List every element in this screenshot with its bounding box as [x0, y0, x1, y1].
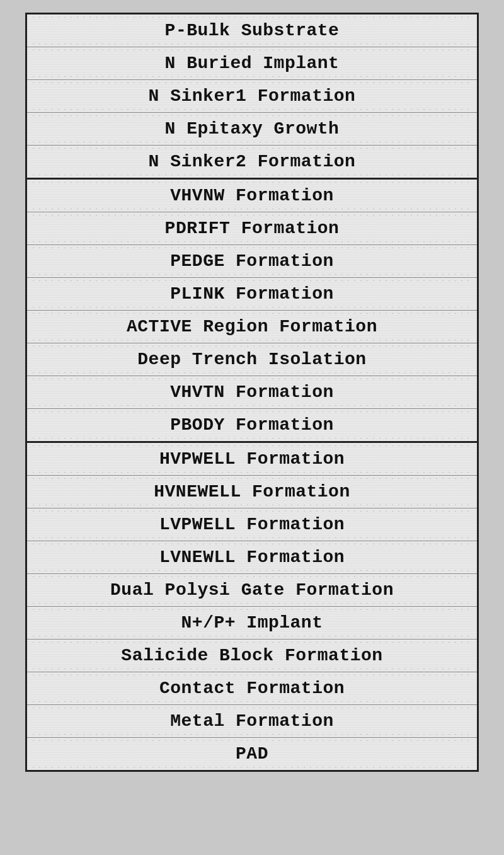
noise-top-line [30, 215, 474, 215]
noise-top-line [30, 280, 474, 281]
noise-top-line [30, 379, 474, 379]
noise-bottom-line [30, 603, 474, 604]
row-deep-trench: Deep Trench Isolation [27, 343, 477, 376]
row-n-buried: N Buried Implant [27, 47, 477, 80]
row-hvnewell-label: HVNEWELL Formation [154, 482, 350, 502]
section-2: VHVNW FormationPDRIFT FormationPEDGE For… [27, 180, 477, 443]
row-vhvtn-label: VHVTN Formation [170, 382, 334, 402]
noise-top-line [30, 577, 474, 577]
noise-bottom-line [30, 274, 474, 275]
noise-top-line [30, 740, 474, 741]
row-vhvnw-label: VHVNW Formation [170, 186, 334, 205]
row-n-sinker2: N Sinker2 Formation [27, 146, 477, 178]
noise-bottom-line [30, 241, 474, 242]
row-contact-label: Contact Formation [159, 679, 345, 698]
row-pbody: PBODY Formation [27, 409, 477, 441]
row-dual-polysi-label: Dual Polysi Gate Formation [110, 580, 394, 600]
noise-bottom-line [30, 537, 474, 538]
noise-bottom-line [30, 636, 474, 636]
noise-bottom-line [30, 340, 474, 340]
noise-top-line [30, 411, 474, 412]
noise-bottom-line [30, 570, 474, 571]
noise-bottom-line [30, 472, 474, 473]
noise-top-line [30, 609, 474, 610]
row-n-epitaxy-label: N Epitaxy Growth [165, 119, 340, 139]
row-pdrift-label: PDRIFT Formation [165, 219, 340, 238]
row-dual-polysi: Dual Polysi Gate Formation [27, 574, 477, 607]
noise-top-line [30, 248, 474, 248]
noise-bottom-line [30, 109, 474, 110]
row-n-buried-label: N Buried Implant [165, 54, 340, 73]
noise-top-line [30, 17, 474, 18]
row-pedge-label: PEDGE Formation [170, 251, 334, 271]
row-metal: Metal Formation [27, 705, 477, 738]
noise-top-line [30, 642, 474, 643]
noise-top-line [30, 511, 474, 512]
row-contact: Contact Formation [27, 672, 477, 705]
noise-bottom-line [30, 438, 474, 439]
noise-top-line [30, 148, 474, 149]
page-container: P-Bulk SubstrateN Buried ImplantN Sinker… [0, 0, 504, 855]
row-plink-label: PLINK Formation [170, 284, 334, 304]
row-n-epitaxy: N Epitaxy Growth [27, 113, 477, 146]
row-pbody-label: PBODY Formation [170, 415, 334, 435]
noise-bottom-line [30, 43, 474, 44]
row-active-label: ACTIVE Region Formation [127, 317, 377, 336]
noise-top-line [30, 182, 474, 183]
row-active: ACTIVE Region Formation [27, 311, 477, 343]
main-card: P-Bulk SubstrateN Buried ImplantN Sinker… [25, 13, 479, 772]
section-1: P-Bulk SubstrateN Buried ImplantN Sinker… [27, 14, 477, 180]
noise-bottom-line [30, 701, 474, 702]
noise-bottom-line [30, 307, 474, 307]
noise-bottom-line [30, 142, 474, 142]
row-p-bulk: P-Bulk Substrate [27, 14, 477, 47]
noise-top-line [30, 83, 474, 83]
row-n-sinker2-label: N Sinker2 Formation [149, 152, 356, 171]
row-lvpwell-label: LVPWELL Formation [159, 515, 345, 534]
noise-top-line [30, 115, 474, 116]
row-vhvtn: VHVTN Formation [27, 376, 477, 409]
row-p-bulk-label: P-Bulk Substrate [165, 21, 340, 40]
row-vhvnw: VHVNW Formation [27, 180, 477, 212]
noise-top-line [30, 708, 474, 708]
row-hvpwell: HVPWELL Formation [27, 443, 477, 476]
noise-bottom-line [30, 669, 474, 669]
row-n-sinker1: N Sinker1 Formation [27, 80, 477, 113]
noise-top-line [30, 50, 474, 50]
row-lvnewll-label: LVNEWLL Formation [159, 548, 345, 567]
row-metal-label: Metal Formation [170, 711, 334, 731]
row-pad: PAD [27, 738, 477, 770]
row-n-sinker1-label: N Sinker1 Formation [149, 86, 356, 106]
row-pad-label: PAD [236, 744, 268, 764]
noise-bottom-line [30, 175, 474, 175]
noise-top-line [30, 313, 474, 314]
row-plink: PLINK Formation [27, 278, 477, 311]
noise-bottom-line [30, 767, 474, 767]
noise-bottom-line [30, 209, 474, 209]
row-salicide: Salicide Block Formation [27, 640, 477, 672]
noise-bottom-line [30, 405, 474, 406]
noise-top-line [30, 445, 474, 446]
row-salicide-label: Salicide Block Formation [121, 646, 382, 665]
row-pedge: PEDGE Formation [27, 245, 477, 278]
row-lvnewll: LVNEWLL Formation [27, 541, 477, 574]
row-np-implant: N+/P+ Implant [27, 607, 477, 640]
row-hvnewell: HVNEWELL Formation [27, 476, 477, 508]
row-lvpwell: LVPWELL Formation [27, 508, 477, 541]
noise-bottom-line [30, 372, 474, 373]
noise-top-line [30, 346, 474, 347]
row-np-implant-label: N+/P+ Implant [181, 613, 323, 633]
noise-bottom-line [30, 505, 474, 505]
row-deep-trench-label: Deep Trench Isolation [137, 350, 366, 369]
row-hvpwell-label: HVPWELL Formation [159, 449, 345, 469]
noise-top-line [30, 544, 474, 544]
section-3: HVPWELL FormationHVNEWELL FormationLVPWE… [27, 443, 477, 770]
row-pdrift: PDRIFT Formation [27, 212, 477, 245]
noise-bottom-line [30, 76, 474, 77]
noise-top-line [30, 675, 474, 675]
noise-top-line [30, 478, 474, 479]
noise-bottom-line [30, 734, 474, 735]
